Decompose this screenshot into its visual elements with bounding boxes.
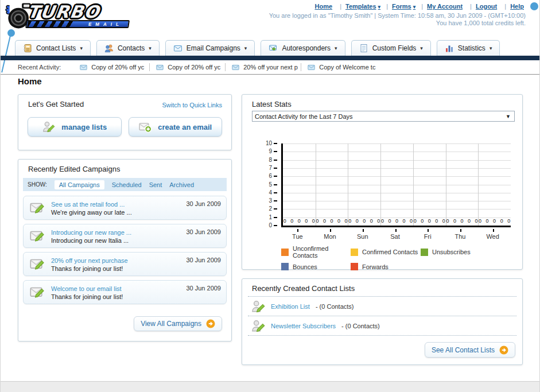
- chevron-down-icon: ▾: [80, 45, 83, 51]
- campaign-filter[interactable]: All Campaigns: [55, 180, 104, 189]
- y-axis-tick: 2: [257, 205, 272, 212]
- y-axis-tick: 1: [257, 214, 272, 220]
- quick-action-button[interactable]: manage lists: [28, 117, 122, 137]
- chevron-down-icon: ▾: [490, 45, 492, 51]
- show-label: SHOW:: [28, 181, 47, 188]
- legend-label: Bounces: [293, 263, 317, 270]
- nav-tab[interactable]: Custom Fields ▾: [351, 40, 431, 56]
- campaign-edit-icon: [29, 200, 51, 215]
- v-gridline: [380, 143, 381, 226]
- recent-activity-item[interactable]: 20% off your next p: [225, 63, 301, 71]
- campaign-edit-icon: [29, 256, 51, 271]
- x-axis-label: Fri: [411, 233, 444, 240]
- y-axis-tick: 4: [257, 189, 272, 196]
- legend-label: Unsubscribes: [432, 249, 471, 255]
- h-gridline: [283, 143, 511, 144]
- data-value-labels: 0 0 0 0 0: [413, 218, 446, 224]
- nav-tab-icon: [269, 44, 278, 53]
- recent-activity-item[interactable]: Copy of 20% off yc: [73, 63, 149, 71]
- see-all-contact-lists-button[interactable]: See All Contact Lists: [425, 342, 515, 358]
- app-logo[interactable]: TURBO EMAIL: [4, 2, 139, 32]
- y-axis-tick: 8: [257, 157, 272, 163]
- contact-list-link[interactable]: Newsletter Subscribers: [271, 323, 336, 329]
- legend-item: Unsubscribes: [421, 245, 512, 259]
- main-nav-tabs: Contact Lists ▾ Contacts ▾ Email Campaig…: [15, 40, 500, 56]
- header-link[interactable]: Forms▾: [382, 3, 415, 10]
- chart-legend: Unconfirmed ContactsConfirmed ContactsUn…: [281, 245, 512, 270]
- campaign-filter[interactable]: Scheduled: [112, 181, 142, 188]
- x-axis-label: Thu: [444, 233, 477, 240]
- nav-tab[interactable]: Autoresponders ▾: [261, 40, 345, 56]
- header-link[interactable]: Logout: [466, 3, 499, 10]
- header-link[interactable]: My Account: [417, 3, 464, 10]
- recent-activity-item[interactable]: Copy of Welcome tc: [301, 63, 376, 71]
- campaign-row[interactable]: Introducing our new range ... Introducin…: [23, 224, 227, 248]
- h-gridline: [283, 168, 511, 169]
- recent-activity-item[interactable]: Copy of 20% off yc: [149, 63, 225, 71]
- nav-tab[interactable]: Statistics ▾: [437, 40, 500, 56]
- contact-list-row[interactable]: Newsletter Subscribers - (0 Contacts): [248, 316, 516, 336]
- header-link[interactable]: Home: [315, 3, 335, 10]
- header-link[interactable]: Templates▾: [336, 3, 380, 10]
- h-gridline: [283, 176, 511, 177]
- contact-list-link[interactable]: Exhibition List: [271, 303, 310, 310]
- v-gridline: [478, 143, 479, 226]
- campaign-subtitle: Introducing our new Italia ...: [51, 236, 186, 244]
- login-status: You are logged in as "Timothy Smith" | S…: [269, 12, 526, 19]
- x-axis-tick: [363, 229, 364, 232]
- recently-created-contact-lists-panel: Recently Created Contact Lists Exhibitio…: [242, 278, 523, 365]
- contact-list-row[interactable]: Exhibition List - (0 Contacts): [248, 297, 516, 316]
- header-link-label: My Account: [427, 3, 463, 10]
- quick-action-button[interactable]: create an email: [129, 117, 223, 137]
- campaign-text: See us at the retail food ... We're givi…: [51, 200, 186, 216]
- nav-tab[interactable]: Contacts ▾: [96, 40, 160, 56]
- legend-swatch: [351, 263, 358, 270]
- campaign-row[interactable]: 20% off your next purchase Thanks for jo…: [23, 252, 227, 276]
- campaign-text: 20% off your next purchase Thanks for jo…: [51, 256, 186, 273]
- decorative-dot: [7, 29, 15, 37]
- legend-item: Bounces: [281, 263, 351, 270]
- data-value-labels: 0 0 0 0 0: [283, 218, 316, 224]
- recent-activity-item-label: Copy of Welcome tc: [319, 64, 375, 71]
- nav-tab-label: Autoresponders: [282, 44, 331, 52]
- contact-list-count: - (0 Contacts): [341, 323, 380, 329]
- y-axis-tick: 10: [257, 140, 272, 146]
- header-link-label: Help: [510, 3, 524, 10]
- campaign-subtitle: Thanks for joining our list!: [51, 265, 186, 273]
- campaign-edit-icon: [29, 284, 51, 299]
- legend-swatch: [281, 263, 289, 270]
- latest-stats-panel: Latest Stats Contact Activity for the La…: [242, 94, 523, 270]
- campaign-filter[interactable]: Sent: [149, 181, 162, 188]
- campaign-filter-label: Sent: [149, 181, 162, 188]
- data-value-labels: 0 0 0 0 0: [446, 218, 479, 224]
- contact-lists: Exhibition List - (0 Contacts) Newslette…: [248, 296, 516, 336]
- h-gridline: [283, 152, 511, 152]
- campaign-row[interactable]: See us at the retail food ... We're givi…: [23, 196, 227, 220]
- recent-activity-label: Recent Activity:: [18, 64, 61, 71]
- nav-tab-icon: [445, 44, 454, 53]
- campaign-text: Introducing our new range ... Introducin…: [51, 228, 186, 244]
- campaign-title-link[interactable]: Welcome to our email list: [51, 285, 186, 293]
- campaign-filter[interactable]: Archived: [169, 181, 194, 188]
- legend-swatch: [351, 249, 358, 256]
- quick-action-label: manage lists: [61, 123, 107, 131]
- campaign-title-link[interactable]: 20% off your next purchase: [51, 257, 186, 265]
- campaign-title-link[interactable]: See us at the retail food ...: [51, 200, 186, 208]
- view-all-campaigns-button[interactable]: View All Campaigns: [134, 316, 222, 331]
- header-link[interactable]: Help: [500, 3, 526, 10]
- header-link-label: Logout: [476, 3, 497, 10]
- nav-tab[interactable]: Contact Lists ▾: [15, 40, 91, 56]
- legend-swatch: [421, 249, 428, 256]
- switch-to-quick-links[interactable]: Switch to Quick Links: [162, 102, 222, 108]
- contact-list-count: - (0 Contacts): [316, 303, 354, 310]
- campaign-row[interactable]: Welcome to our email list Thanks for joi…: [23, 280, 227, 304]
- nav-tab-label: Contact Lists: [36, 44, 76, 52]
- h-gridline: [283, 201, 511, 201]
- recent-activity-item-label: Copy of 20% off yc: [168, 64, 220, 71]
- v-gridline: [348, 143, 348, 226]
- nav-tab[interactable]: Email Campaigns ▾: [165, 40, 255, 56]
- lets-get-started-title: Let's Get Started: [28, 100, 84, 108]
- y-axis-tick: 0: [257, 222, 272, 228]
- navy-divider-bar: [1, 56, 539, 60]
- campaign-title-link[interactable]: Introducing our new range ...: [51, 228, 186, 236]
